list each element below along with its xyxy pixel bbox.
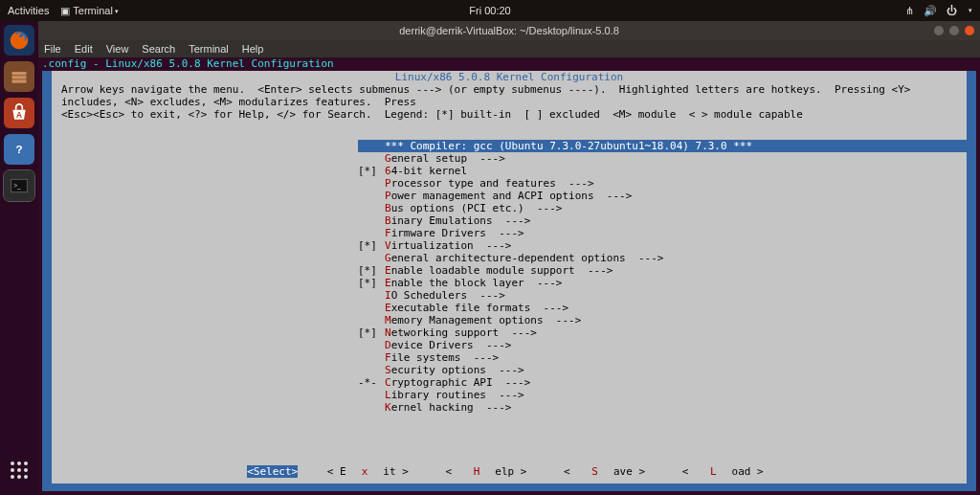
menubar: File Edit View Search Terminal Help [38,40,980,57]
software-icon[interactable]: A [4,98,34,128]
menu-item[interactable]: Bus options (PCI etc.) ---> [358,202,967,214]
menu-help[interactable]: Help [242,43,264,55]
menu-item[interactable]: [*] Networking support ---> [358,326,967,339]
gnome-topbar: Activities ▣ Terminal▾ Fri 00:20 ⋔ 🔊 ⏻ ▾ [0,0,980,21]
dock: A ? >_ [0,21,38,495]
menu-item[interactable]: Memory Management options ---> [358,314,967,326]
load-button[interactable]: < Load > [675,465,771,478]
minimize-button[interactable] [934,26,944,35]
clock[interactable]: Fri 00:20 [469,5,510,16]
menu-item[interactable]: Kernel hacking ---> [358,401,967,414]
chevron-down-icon: ▾ [969,7,972,14]
menu-file[interactable]: File [44,43,61,55]
dialog-title: Linux/x86 5.0.8 Kernel Configuration [52,71,967,83]
activities-button[interactable]: Activities [8,5,49,16]
menu-item[interactable]: Processor type and features ---> [358,177,967,190]
close-button[interactable] [965,26,974,35]
terminal-content[interactable]: .config - Linux/x86 5.0.8 Kernel Configu… [38,57,980,495]
terminal-icon[interactable]: >_ [4,170,34,201]
menu-item[interactable]: *** Compiler: gcc (Ubuntu 7.3.0-27ubuntu… [358,140,967,152]
menu-item[interactable]: Power management and ACPI options ---> [358,190,967,202]
maximize-button[interactable] [949,26,959,35]
menu-terminal[interactable]: Terminal [189,43,229,55]
select-button[interactable]: <Select> [247,465,298,478]
menu-item[interactable]: IO Schedulers ---> [358,289,967,302]
menu-item[interactable]: Binary Emulations ---> [358,214,967,227]
current-app[interactable]: ▣ Terminal▾ [60,5,118,17]
exit-button[interactable]: < Exit > [320,465,416,478]
svg-rect-1 [12,72,27,75]
show-applications[interactable] [4,455,34,485]
menu-view[interactable]: View [106,43,129,55]
menu-item[interactable]: [*] Enable the block layer ---> [358,277,967,289]
help-icon[interactable]: ? [4,134,34,165]
svg-text:>_: >_ [13,182,21,190]
help-text-2: <Esc><Esc> to exit, <?> for Help, </> fo… [52,108,967,121]
firefox-icon[interactable] [4,25,34,56]
svg-text:?: ? [15,143,22,155]
menu-item[interactable]: [*] 64-bit kernel [358,165,967,177]
menu-item[interactable]: Library routines ---> [358,389,967,401]
files-icon[interactable] [4,61,34,92]
svg-rect-2 [12,76,27,79]
menu-item[interactable]: Firmware Drivers ---> [358,227,967,239]
power-icon: ⏻ [947,5,957,16]
menu-item[interactable]: [*] Virtualization ---> [358,239,967,252]
svg-text:A: A [16,110,22,120]
config-header: .config - Linux/x86 5.0.8 Kernel Configu… [38,57,980,70]
help-button[interactable]: < Help > [437,465,534,478]
menu-item[interactable]: Device Drivers ---> [358,339,967,351]
volume-icon: 🔊 [924,5,937,17]
menu-item[interactable]: Security options ---> [358,364,967,376]
network-icon: ⋔ [905,5,914,17]
help-text-1: Arrow keys navigate the menu. <Enter> se… [52,83,967,108]
menu-item[interactable]: [*] Enable loadable module support ---> [358,264,967,277]
button-bar: <Select> < Exit > < Help > < Save > < Lo… [52,465,967,478]
save-button[interactable]: < Save > [556,465,653,478]
menu-search[interactable]: Search [142,43,175,55]
menuconfig-background: Linux/x86 5.0.8 Kernel Configuration Arr… [42,71,976,491]
menu-item[interactable]: File systems ---> [358,351,967,364]
window-titlebar[interactable]: derrik@derrik-VirtualBox: ~/Desktop/linu… [38,21,980,40]
terminal-window: derrik@derrik-VirtualBox: ~/Desktop/linu… [38,21,980,495]
menu-item[interactable]: Executable file formats ---> [358,302,967,314]
svg-rect-3 [12,79,27,82]
menu-item[interactable]: General setup ---> [358,152,967,165]
menu-item[interactable]: General architecture-dependent options -… [358,252,967,264]
status-area[interactable]: ⋔ 🔊 ⏻ ▾ [905,5,972,17]
menu-item[interactable]: -*- Cryptographic API ---> [358,376,967,389]
window-title: derrik@derrik-VirtualBox: ~/Desktop/linu… [399,25,619,36]
menu-list[interactable]: *** Compiler: gcc (Ubuntu 7.3.0-27ubuntu… [52,140,967,414]
menuconfig-dialog: Linux/x86 5.0.8 Kernel Configuration Arr… [52,71,967,484]
menu-edit[interactable]: Edit [75,43,93,55]
